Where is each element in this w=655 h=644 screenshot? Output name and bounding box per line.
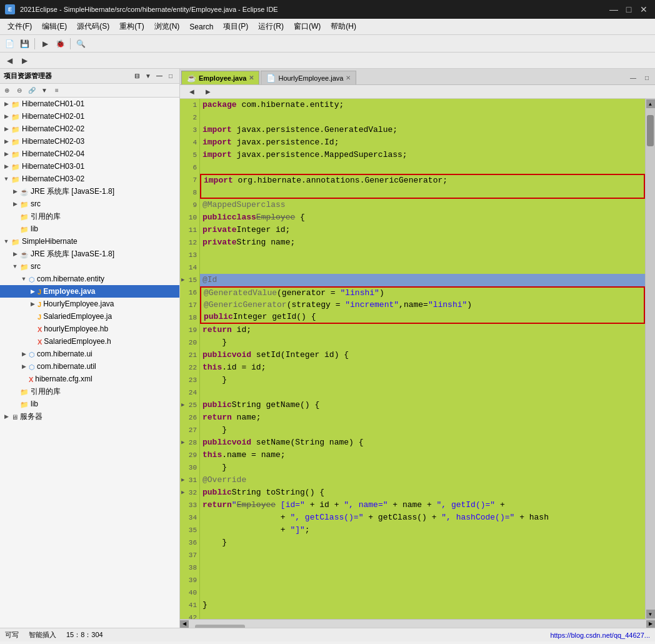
h-scroll-thumb[interactable] [195, 625, 245, 628]
code-line[interactable] [200, 574, 645, 586]
tree-arrow-icon[interactable] [28, 336, 38, 346]
tree-item[interactable]: ▶JHourlyEmployee.java [0, 298, 179, 310]
breadcrumb-fwd[interactable]: ▶ [201, 85, 215, 99]
code-line[interactable]: import javax.persistence.Id; [200, 136, 645, 149]
code-line[interactable]: public String getName() { [200, 399, 645, 411]
code-line[interactable]: public Integer getId() { [200, 311, 645, 324]
menu-item-s[interactable]: 源代码(S) [72, 20, 114, 34]
tree-item[interactable]: ▶☕JRE 系统库 [JavaSE-1.8] [0, 248, 179, 260]
tree-arrow-icon[interactable]: ▶ [1, 411, 11, 421]
code-line[interactable]: } [200, 424, 645, 436]
sidebar-toolbar-btn-1[interactable]: ⊕ [1, 85, 12, 96]
code-line[interactable]: } [200, 374, 645, 386]
code-line[interactable]: this.name = name; [200, 449, 645, 461]
tree-item[interactable]: ▶📁HibernateCH01-01 [0, 98, 179, 110]
tree-arrow-icon[interactable]: ▶ [1, 136, 11, 146]
code-line[interactable]: } [200, 336, 645, 349]
close-button[interactable]: ✕ [638, 3, 650, 16]
tree-item[interactable]: JSalariedEmployee.ja [0, 310, 179, 323]
tree-item[interactable]: ▶⬡com.hibernate.util [0, 360, 179, 373]
code-line[interactable] [200, 549, 645, 561]
tree-item[interactable]: ▶📁HibernateCH02-02 [0, 123, 179, 135]
tree-arrow-icon[interactable]: ▶ [19, 361, 29, 371]
tree-item[interactable]: 📁引用的库 [0, 210, 179, 223]
tree-item[interactable]: 📁lib [0, 223, 179, 235]
tree-arrow-icon[interactable] [10, 399, 20, 409]
tree-arrow-icon[interactable]: ▶ [1, 111, 11, 121]
code-line[interactable]: public String toString() { [200, 486, 645, 499]
tree-item[interactable]: XSalariedEmployee.h [0, 335, 179, 348]
tree-arrow-icon[interactable] [28, 324, 38, 334]
breadcrumb-back[interactable]: ◀ [185, 85, 199, 99]
tree-item[interactable]: ▼📁HibernateCH03-02 [0, 173, 179, 185]
scroll-down-button[interactable]: ▼ [646, 610, 655, 618]
code-line[interactable]: public void setName(String name) { [200, 436, 645, 449]
code-line[interactable]: return name; [200, 411, 645, 424]
tree-item[interactable]: ▶⬡com.hibernate.ui [0, 348, 179, 360]
tree-item[interactable]: ▶📁HibernateCH02-04 [0, 148, 179, 160]
editor-tabs-minimize[interactable]: — [626, 71, 640, 84]
menu-item-t[interactable]: 重构(T) [114, 20, 149, 34]
tree-arrow-icon[interactable]: ▶ [10, 186, 20, 196]
collapse-all-button[interactable]: ⊟ [132, 71, 142, 81]
tree-arrow-icon[interactable]: ▶ [19, 349, 29, 359]
tree-item[interactable]: XhourlyEmployee.hb [0, 323, 179, 335]
menu-item-h[interactable]: 帮助(H) [326, 20, 361, 34]
code-line[interactable]: import javax.persistence.MappedSuperclas… [200, 149, 645, 161]
code-line[interactable]: @MappedSuperclass [200, 199, 645, 211]
scroll-right-button[interactable]: ▶ [646, 620, 655, 628]
tree-item[interactable]: ▶☕JRE 系统库 [JavaSE-1.8] [0, 185, 179, 198]
menu-item-f[interactable]: 文件(F) [2, 20, 37, 34]
code-line[interactable]: this.id = id; [200, 361, 645, 374]
tree-arrow-icon[interactable]: ▶ [1, 99, 11, 109]
tree-item[interactable]: ▶📁src [0, 198, 179, 210]
tree-arrow-icon[interactable]: ▼ [19, 274, 29, 284]
code-line[interactable]: } [200, 461, 645, 474]
tree-arrow-icon[interactable]: ▼ [10, 261, 20, 271]
code-line[interactable] [200, 249, 645, 261]
sidebar-toolbar-btn-5[interactable]: ≡ [51, 85, 62, 96]
menu-item-p[interactable]: 项目(P) [218, 20, 253, 34]
sidebar-minimize-button[interactable]: — [154, 71, 164, 81]
code-line[interactable] [200, 586, 645, 599]
tree-item[interactable]: ▼📁src [0, 260, 179, 273]
sidebar-menu-button[interactable]: ▼ [143, 71, 153, 81]
tree-arrow-icon[interactable]: ▶ [1, 124, 11, 134]
code-line[interactable]: return "Employee [id=" + id + ", name=" … [200, 499, 645, 511]
editor-tabs-maximize[interactable]: □ [640, 71, 654, 84]
code-line[interactable]: private Integer id; [200, 224, 645, 236]
tree-arrow-icon[interactable]: ▼ [1, 174, 11, 184]
tree-item[interactable]: 📁lib [0, 398, 179, 410]
tree-arrow-icon[interactable]: ▶ [10, 249, 20, 259]
tree-item[interactable]: Xhibernate.cfg.xml [0, 373, 179, 385]
code-line[interactable]: public class Employee { [200, 211, 645, 224]
code-line[interactable]: } [200, 599, 645, 611]
sidebar-toolbar-btn-3[interactable]: 🔗 [26, 85, 38, 96]
code-line[interactable] [200, 111, 645, 124]
code-line[interactable]: @GenericGenerator(strategy = "increment"… [200, 299, 645, 311]
tree-item[interactable]: ▶📁HibernateCH02-03 [0, 135, 179, 148]
code-line[interactable] [200, 261, 645, 274]
tree-item[interactable]: ▼⬡com.hibernate.entity [0, 273, 179, 285]
tree-arrow-icon[interactable]: ▶ [28, 286, 38, 296]
tree-arrow-icon[interactable]: ▶ [1, 149, 11, 159]
tree-arrow-icon[interactable] [19, 374, 29, 384]
run-button[interactable]: ▶ [38, 37, 52, 51]
code-line[interactable]: @GeneratedValue(generator = "linshi") [200, 286, 645, 299]
code-line[interactable]: } [200, 536, 645, 549]
tree-arrow-icon[interactable] [10, 224, 20, 234]
new-button[interactable]: 📄 [2, 37, 16, 51]
menu-item-search[interactable]: Search [184, 20, 218, 34]
scroll-up-button[interactable]: ▲ [646, 99, 655, 108]
tab-hourly-close-icon[interactable]: ✕ [346, 74, 351, 81]
code-content[interactable]: package com.hibernate.entity; import jav… [200, 99, 645, 619]
status-url[interactable]: https://blog.csdn.net/qq_44627... [550, 631, 650, 639]
tree-item[interactable]: ▶📁HibernateCH03-01 [0, 160, 179, 173]
menu-item-w[interactable]: 窗口(W) [289, 20, 326, 34]
tab-employee-java[interactable]: ☕ Employee.java ✕ [181, 71, 259, 84]
tree-item[interactable]: ▶JEmployee.java [0, 285, 179, 298]
minimize-button[interactable]: — [608, 3, 620, 16]
code-line[interactable]: + ", getClass()=" + getClass() + ", hash… [200, 511, 645, 524]
code-line[interactable]: return id; [200, 324, 645, 336]
scroll-thumb[interactable] [647, 115, 654, 146]
